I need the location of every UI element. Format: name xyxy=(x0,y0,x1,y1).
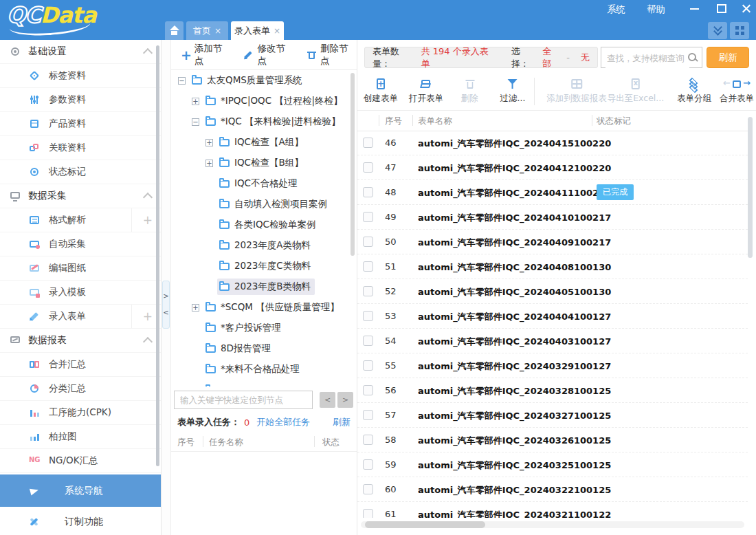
table-vertical-scrollbar[interactable] xyxy=(748,117,753,258)
add-icon[interactable]: + xyxy=(131,305,153,328)
tab-close-icon[interactable]: × xyxy=(274,26,280,36)
tree-node[interactable]: 2023年度C类物料 xyxy=(171,256,350,276)
tree-node[interactable]: *IQC 【来料检验|进料检验】 xyxy=(171,111,350,132)
row-checkbox[interactable] xyxy=(363,286,373,296)
table-row[interactable]: 51 automi_汽车零部件IQC_20240408100130 xyxy=(357,254,748,279)
scrollbar-thumb[interactable] xyxy=(365,521,485,528)
open-form-button[interactable]: 打开表单 xyxy=(409,76,443,105)
row-checkbox[interactable] xyxy=(363,212,373,222)
row-checkbox[interactable] xyxy=(363,311,373,321)
row-checkbox[interactable] xyxy=(363,385,373,395)
table-row[interactable]: 48 automi_汽车零部件IQC_20240411100217 已完成 xyxy=(357,180,748,205)
table-row[interactable]: 55 automi_汽车零部件IQC_20240329100127 xyxy=(357,353,748,378)
table-row[interactable]: 54 automi_汽车零部件IQC_20240403100127 xyxy=(357,329,748,353)
sidebar-item-auto-collect[interactable]: 自动采集 xyxy=(0,232,161,256)
sidebar-item-merge-summary[interactable]: 合并汇总 xyxy=(0,353,161,377)
tree-node[interactable]: *IPQC|OQC 【过程检|终检】 xyxy=(171,91,350,111)
tree-node[interactable]: 2023年度B类物料 xyxy=(171,276,350,297)
sidebar-section-data-collection[interactable]: 数据采集 xyxy=(0,184,161,208)
table-row[interactable]: 50 automi_汽车零部件IQC_20240409100217 xyxy=(357,230,748,254)
menu-help[interactable]: 帮助 xyxy=(647,3,665,16)
select-none-link[interactable]: 无 xyxy=(581,52,590,64)
sidebar-item-tag-data[interactable]: 标签资料 xyxy=(0,64,161,88)
sidebar-custom-functions[interactable]: 订制功能 xyxy=(0,509,161,534)
tree-search-input[interactable] xyxy=(174,391,313,409)
table-row[interactable]: 49 automi_汽车零部件IQC_20240410100217 xyxy=(357,205,748,230)
table-horizontal-scrollbar[interactable] xyxy=(361,521,744,528)
tree-node[interactable]: 8D报告管理 xyxy=(171,338,350,359)
sidebar-item-status-mark[interactable]: 状态标记 xyxy=(0,160,161,184)
expander-icon[interactable] xyxy=(192,118,199,126)
row-checkbox[interactable] xyxy=(363,336,373,346)
sidebar-item-product-data[interactable]: 产品资料 xyxy=(0,112,161,136)
row-checkbox[interactable] xyxy=(363,484,373,494)
table-row[interactable]: 47 automi_汽车零部件IQC_20240412100220 xyxy=(357,155,748,180)
tree-node[interactable] xyxy=(171,380,350,386)
tree-scrollbar[interactable] xyxy=(351,73,355,256)
sidebar-item-relation-data[interactable]: 关联资料 xyxy=(0,136,161,160)
modify-node-button[interactable]: 修改节点 xyxy=(243,43,294,67)
delete-node-button[interactable]: 删除节点 xyxy=(306,43,357,67)
task-refresh-link[interactable]: 刷新 xyxy=(333,416,351,428)
sidebar-section-data-reports[interactable]: 数据报表 xyxy=(0,329,161,353)
table-row[interactable]: 58 automi_汽车零部件IQC_20240326100125 xyxy=(357,428,748,452)
table-row[interactable]: 57 automi_汽车零部件IQC_20240327100125 xyxy=(357,403,748,428)
row-checkbox[interactable] xyxy=(363,187,373,197)
expander-icon[interactable] xyxy=(178,77,186,85)
create-form-button[interactable]: 创建表单 xyxy=(364,76,398,105)
menu-system[interactable]: 系统 xyxy=(607,3,625,16)
row-checkbox[interactable] xyxy=(363,410,373,420)
expander-icon[interactable] xyxy=(192,98,199,105)
search-icon[interactable] xyxy=(687,52,698,63)
sidebar-system-navigation[interactable]: 系统导航 xyxy=(0,474,161,507)
add-icon[interactable]: + xyxy=(131,208,153,232)
close-icon[interactable] xyxy=(741,3,752,14)
sidebar-item-entry-template[interactable]: 录入模板 xyxy=(0,281,161,305)
tree-node[interactable]: *SCQM 【供应链质量管理】 xyxy=(171,297,350,318)
row-checkbox[interactable] xyxy=(363,435,373,445)
find-prev-button[interactable]: < xyxy=(320,392,335,408)
table-row[interactable]: 60 automi_汽车零部件IQC_20240322100125 xyxy=(357,477,748,502)
row-checkbox[interactable] xyxy=(363,237,373,247)
table-row[interactable]: 56 automi_汽车零部件IQC_20240328100125 xyxy=(357,378,748,403)
sidebar-item-category-summary[interactable]: 分类汇总 xyxy=(0,377,161,401)
tab-close-icon[interactable]: × xyxy=(214,26,221,36)
row-checkbox[interactable] xyxy=(363,261,373,272)
sidebar-item-parameter-data[interactable]: 参数资料 xyxy=(0,88,161,112)
start-all-tasks-link[interactable]: 开始全部任务 xyxy=(256,416,310,428)
find-next-button[interactable]: > xyxy=(337,392,353,408)
tree-node[interactable]: 各类IQC检验单案例 xyxy=(171,215,350,235)
panel-collapse-handle[interactable]: > < xyxy=(162,281,170,329)
refresh-button[interactable]: 刷新 xyxy=(707,47,749,68)
tab-overflow-button[interactable] xyxy=(708,22,727,39)
form-search-input[interactable] xyxy=(605,48,689,68)
sidebar-item-pareto[interactable]: 柏拉图 xyxy=(0,425,161,449)
sidebar-item-cpk[interactable]: 工序能力(CPK) xyxy=(0,401,161,425)
tree-node[interactable]: 太友QMS质量管理系统 xyxy=(171,70,350,91)
sidebar-section-basic-settings[interactable]: 基础设置 xyxy=(0,40,161,64)
expander-icon[interactable] xyxy=(192,304,199,312)
tree-node[interactable]: IQC不合格处理 xyxy=(171,173,350,194)
table-row[interactable]: 52 automi_汽车零部件IQC_20240405100130 xyxy=(357,279,748,304)
expander-icon[interactable] xyxy=(205,160,213,167)
tree-node[interactable]: 自动填入检测项目案例 xyxy=(171,194,350,215)
row-checkbox[interactable] xyxy=(363,459,373,470)
sidebar-scrollbar[interactable] xyxy=(156,45,159,466)
row-checkbox[interactable] xyxy=(363,509,373,518)
tree-node[interactable]: *来料不合格品处理 xyxy=(171,359,350,380)
table-row[interactable]: 46 automi_汽车零部件IQC_20240415100220 xyxy=(357,131,748,155)
sidebar-item-ng-ok-summary[interactable]: NG/OK汇总 xyxy=(0,449,161,473)
tree-node[interactable]: *客户投诉管理 xyxy=(171,318,350,338)
tab-homepage[interactable]: 首页× xyxy=(186,21,228,40)
table-row[interactable]: 53 automi_汽车零部件IQC_20240404100127 xyxy=(357,304,748,329)
add-node-button[interactable]: 添加节点 xyxy=(180,43,231,67)
merge-form-button[interactable]: ← 合并表单 xyxy=(720,76,754,105)
table-row[interactable]: 59 automi_汽车零部件IQC_20240325100125 xyxy=(357,452,748,477)
filter-button[interactable]: 过滤... xyxy=(500,76,526,105)
expander-icon[interactable] xyxy=(205,139,213,146)
row-checkbox[interactable] xyxy=(363,138,373,148)
maximize-icon[interactable] xyxy=(716,3,727,14)
sidebar-item-format-parsing[interactable]: 格式解析 + xyxy=(0,208,161,232)
table-row[interactable]: 61 automi_汽车零部件IQC_20240321100122 xyxy=(357,502,748,518)
tree-node[interactable]: 2023年度A类物料 xyxy=(171,235,350,256)
